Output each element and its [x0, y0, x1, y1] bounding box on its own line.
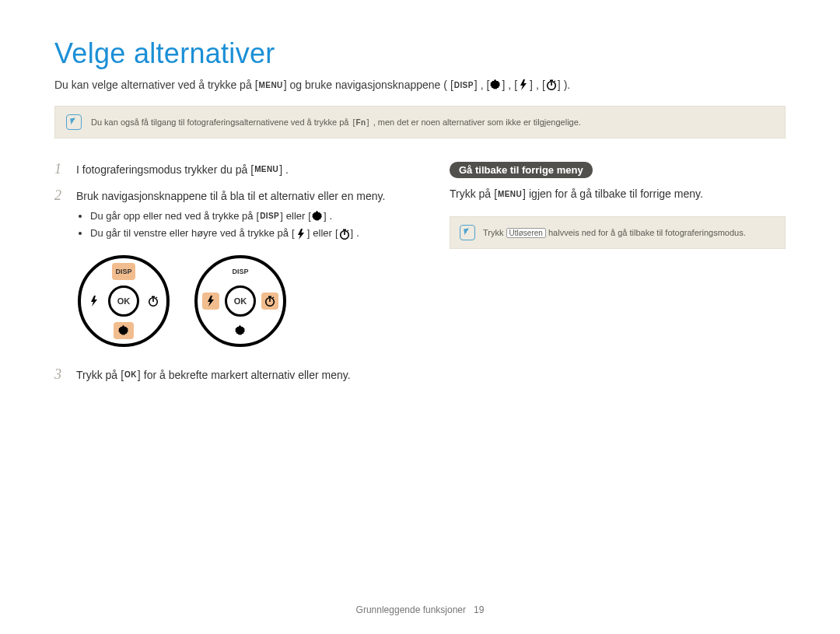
dial-disp-label: DISP	[112, 263, 135, 280]
dial-vertical: DISP OK	[78, 255, 170, 347]
ok-button-ref: OK	[119, 368, 142, 382]
timer-button-ref	[541, 78, 562, 92]
disp-label: DISP	[259, 211, 280, 222]
bullet-up-down: Du går opp eller ned ved å trykke på DIS…	[90, 209, 385, 224]
top-note-after: , men det er noen alternativer som ikke …	[373, 117, 581, 127]
timer-button-ref	[334, 227, 355, 241]
ok-label: OK	[124, 370, 138, 381]
dial-horizontal: DISP OK	[194, 255, 286, 347]
disp-button-ref: DISP	[255, 209, 285, 223]
shutter-note: Trykk Utløseren halvveis ned for å gå ti…	[450, 216, 786, 249]
menu-button-ref: MENU	[254, 78, 289, 92]
menu-button-ref: MENU	[492, 187, 527, 201]
step1-after: .	[285, 162, 289, 177]
top-note-box: Du kan også få tilgang til fotografering…	[54, 106, 786, 138]
footer-section: Grunnleggende funksjoner	[356, 604, 466, 615]
back-heading: Gå tilbake til forrige meny	[450, 162, 593, 178]
menu-label: MENU	[254, 164, 279, 176]
bolt-icon	[295, 228, 307, 240]
bullet1-end: .	[330, 209, 333, 224]
back-after: igjen for å gå tilbake til forrige meny.	[529, 186, 703, 202]
note-icon	[66, 114, 82, 130]
intro-sep-3: ,	[536, 79, 539, 91]
step-3: 3 Trykk på OK for å bekrefte markert alt…	[54, 367, 412, 383]
intro-text-1: Du kan velge alternativer ved å trykke p…	[54, 79, 252, 91]
macro-button-ref	[485, 78, 507, 92]
manual-page: Velge alternativer Du kan velge alternat…	[0, 0, 840, 634]
page-footer: Grunnleggende funksjoner 19	[0, 604, 840, 615]
timer-icon	[338, 228, 351, 240]
flower-icon	[117, 324, 130, 337]
bullet2-end: .	[356, 226, 359, 241]
top-note-before: Du kan også få tilgang til fotografering…	[91, 117, 351, 127]
flash-button-ref	[513, 78, 534, 92]
dial-macro-icon	[114, 322, 134, 339]
fn-button-ref: Fn	[351, 115, 370, 129]
back-before: Trykk på	[450, 186, 491, 202]
disp-button-ref: DISP	[449, 78, 479, 92]
intro-paragraph: Du kan velge alternativer ved å trykke p…	[54, 78, 786, 92]
top-note-text: Du kan også få tilgang til fotografering…	[91, 115, 581, 129]
flower-icon	[489, 79, 502, 91]
back-text: Trykk på MENU igjen for å gå tilbake til…	[450, 186, 786, 202]
note-before: Trykk	[483, 228, 506, 237]
note-after: halvveis ned for å gå tilbake til fotogr…	[548, 228, 746, 237]
intro-text-end: ).	[564, 79, 571, 91]
dial-timer-icon	[145, 292, 162, 310]
bolt-icon	[205, 295, 217, 307]
step2-bullets: Du går opp eller ned ved å trykke på DIS…	[76, 209, 385, 242]
dial-ok-label: OK	[108, 285, 139, 317]
bullet1-mid: eller	[286, 209, 306, 224]
shutter-note-text: Trykk Utløseren halvveis ned for å gå ti…	[483, 228, 746, 237]
dial-disp-label: DISP	[229, 263, 252, 280]
navigation-dials: DISP OK DISP OK	[78, 255, 412, 347]
disp-label: DISP	[453, 81, 474, 89]
bullet-left-right: Du går til venstre eller høyre ved å try…	[90, 226, 385, 241]
dial-timer-icon	[261, 292, 278, 310]
bullet2-a: Du går til venstre eller høyre ved å try…	[90, 226, 289, 241]
step-2: 2 Bruk navigasjonsknappene til å bla til…	[54, 188, 412, 244]
step3-after: for å bekrefte markert alternativ eller …	[144, 367, 351, 383]
flash-button-ref	[290, 227, 311, 241]
bullet1-a: Du går opp eller ned ved å trykke på	[90, 209, 254, 224]
dial-ok-label: OK	[225, 285, 256, 317]
intro-text-2: og bruke navigasjonsknappene (	[290, 79, 447, 91]
page-title: Velge alternativer	[54, 37, 786, 70]
step2-text: Bruk navigasjonsknappene til å bla til e…	[76, 190, 385, 202]
bolt-icon	[88, 295, 100, 307]
menu-button-ref: MENU	[249, 163, 284, 177]
flower-icon	[311, 210, 324, 222]
step3-before: Trykk på	[76, 367, 117, 383]
fn-label: Fn	[355, 118, 367, 127]
timer-icon	[147, 295, 159, 307]
step-1: 1 I fotograferingsmodus trykker du på ME…	[54, 162, 412, 177]
macro-button-ref	[306, 209, 327, 223]
dial-flash-icon	[202, 292, 219, 310]
timer-icon	[264, 295, 276, 307]
note-icon	[460, 225, 475, 240]
intro-sep-2: ,	[508, 79, 511, 91]
bullet2-mid: eller	[313, 226, 332, 241]
step-number: 2	[54, 188, 68, 204]
step1-before: I fotograferingsmodus trykker du på	[76, 162, 247, 177]
right-column: Gå tilbake til forrige meny Trykk på MEN…	[450, 162, 786, 394]
dial-flash-icon	[86, 292, 103, 310]
menu-label: MENU	[497, 188, 523, 200]
footer-page-number: 19	[474, 604, 484, 615]
left-column: 1 I fotograferingsmodus trykker du på ME…	[54, 162, 412, 394]
intro-sep-1: ,	[481, 79, 484, 91]
step-number: 3	[54, 367, 68, 383]
dial-macro-icon	[230, 322, 250, 339]
shutter-key-label: Utløseren	[506, 228, 546, 238]
bolt-icon	[517, 79, 530, 91]
flower-icon	[234, 324, 247, 337]
content-columns: 1 I fotograferingsmodus trykker du på ME…	[54, 162, 786, 394]
step-number: 1	[54, 162, 68, 177]
timer-icon	[545, 79, 558, 91]
menu-label: MENU	[258, 81, 284, 89]
